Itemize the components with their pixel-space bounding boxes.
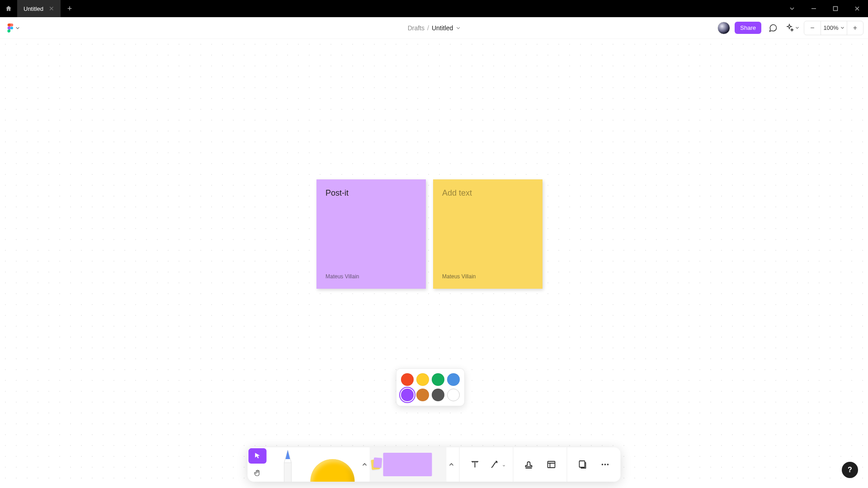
sticky-note[interactable]: Post-it Mateus Villain [316,179,426,289]
marker-tool[interactable] [270,447,306,482]
comments-button[interactable] [766,21,780,35]
window-minimize-button[interactable] [803,0,825,17]
shape-options-button[interactable] [360,447,370,482]
help-button[interactable]: ? [842,462,858,478]
maximize-icon [833,6,838,11]
document-tab[interactable]: Untitled ✕ [17,0,61,17]
svg-point-6 [604,464,606,465]
comment-icon [769,23,778,33]
zoom-level-dropdown[interactable]: 100% [821,21,847,35]
circle-shape-icon [311,459,355,482]
svg-point-7 [607,464,609,465]
sparkle-icon [785,23,794,33]
sticky-note-text[interactable]: Post-it [326,188,417,273]
breadcrumb-file[interactable]: Untitled [432,24,453,32]
svg-rect-2 [284,463,292,482]
close-icon [854,6,860,11]
breadcrumb-project[interactable]: Drafts [408,24,425,32]
more-tools-button[interactable] [594,454,616,475]
section-tool-button[interactable] [541,454,562,475]
sticky-note[interactable]: Add text Mateus Villain [433,179,542,289]
sticky-note-placeholder[interactable]: Add text [442,188,533,273]
svg-point-1 [10,27,13,29]
figma-logo-icon [7,23,14,33]
connector-icon [489,459,501,470]
sticky-note-tool[interactable] [370,447,447,482]
share-button[interactable]: Share [735,22,761,34]
home-button[interactable] [0,0,17,17]
document-tab-title: Untitled [24,5,43,12]
color-swatch-blue[interactable] [447,373,460,386]
color-picker-popup [396,368,465,406]
color-swatch-white[interactable] [447,389,460,401]
chevron-down-icon [15,26,20,30]
text-tool-button[interactable] [464,454,486,475]
window-maximize-button[interactable] [825,0,846,17]
chevron-up-icon [362,462,368,467]
home-icon [5,5,12,12]
cursor-icon [254,452,262,460]
stamp-icon [524,459,534,470]
text-icon [469,459,481,470]
sticky-note-author: Mateus Villain [442,273,533,280]
help-label: ? [848,466,852,474]
chevron-down-icon: ⌄ [502,462,506,468]
chevron-down-icon [840,26,844,30]
svg-rect-4 [580,461,585,467]
svg-rect-3 [548,461,555,468]
widgets-icon [577,459,588,470]
sticky-options-button[interactable] [447,447,457,482]
titlebar: Untitled ✕ + [0,0,868,17]
minimize-icon [811,6,816,11]
breadcrumb-menu-button[interactable] [456,26,460,30]
bottom-toolbar: ⌄ [248,447,621,482]
zoom-in-button[interactable]: + [847,21,863,35]
more-icon [600,459,611,470]
color-swatch-red[interactable] [401,373,414,386]
shape-tool[interactable] [306,447,360,482]
chevron-up-icon [449,462,454,467]
sticky-note-author: Mateus Villain [326,273,417,280]
chevron-down-icon [456,26,460,30]
window-dropdown-button[interactable] [781,0,803,17]
hand-tool-button[interactable] [249,465,267,481]
main-menu-button[interactable] [5,22,23,34]
zoom-level-label: 100% [823,24,838,31]
app-header: Drafts / Untitled Share − 100% + [0,17,868,39]
svg-point-5 [602,464,604,465]
hand-icon [254,469,262,477]
breadcrumb: Drafts / Untitled [408,24,461,32]
zoom-out-button[interactable]: − [804,21,821,35]
add-tab-button[interactable]: + [61,0,78,17]
color-swatch-gray[interactable] [432,389,444,401]
select-tool-button[interactable] [249,448,267,464]
color-swatch-yellow[interactable] [416,373,429,386]
widgets-tool-button[interactable] [572,454,594,475]
color-swatch-orange[interactable] [416,389,429,401]
section-icon [546,459,557,470]
color-swatch-purple[interactable] [401,389,414,401]
sticky-stack-icon [372,454,382,475]
color-swatch-green[interactable] [432,373,444,386]
marker-icon [278,450,298,482]
connector-tool-button[interactable]: ⌄ [487,454,509,475]
zoom-controls: − 100% + [804,21,863,35]
breadcrumb-separator: / [427,24,429,32]
close-tab-icon[interactable]: ✕ [49,5,54,12]
chevron-down-icon [789,6,795,11]
ai-actions-button[interactable] [785,21,799,35]
chevron-down-icon [795,26,799,30]
svg-rect-0 [834,7,838,11]
stamp-tool-button[interactable] [518,454,540,475]
canvas[interactable]: Post-it Mateus Villain Add text Mateus V… [0,39,868,488]
user-avatar[interactable] [717,22,730,34]
window-close-button[interactable] [846,0,868,17]
sticky-preview-icon [383,453,432,476]
